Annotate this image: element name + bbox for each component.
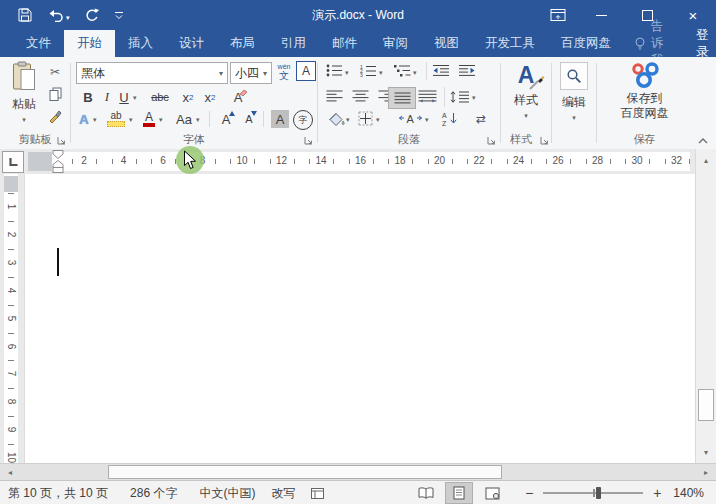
paragraph-dialog-launcher-icon[interactable] xyxy=(487,136,496,145)
tab-design[interactable]: 设计 xyxy=(166,30,217,57)
vertical-scrollbar[interactable]: ▴ ▾ xyxy=(695,149,716,463)
character-scaling-dropdown-icon[interactable]: ▾ xyxy=(425,116,429,124)
line-spacing-icon[interactable] xyxy=(450,90,470,104)
font-color-dropdown-icon[interactable]: ▾ xyxy=(159,116,163,124)
macro-record-icon[interactable] xyxy=(311,488,324,499)
tab-baidu-netdisk[interactable]: 百度网盘 xyxy=(548,30,624,57)
font-size-combobox[interactable]: 小四 ▾ xyxy=(230,62,272,84)
increase-indent-icon[interactable] xyxy=(458,64,476,77)
font-color-icon[interactable]: A xyxy=(141,109,157,129)
bullets-dropdown-icon[interactable]: ▾ xyxy=(345,69,349,77)
maximize-button[interactable] xyxy=(624,0,670,30)
tab-mailings[interactable]: 邮件 xyxy=(319,30,370,57)
paste-button[interactable]: 粘贴 ▾ xyxy=(4,61,44,124)
font-dialog-launcher-icon[interactable] xyxy=(304,136,313,145)
horizontal-ruler[interactable]: 2468101214161820222426283032 xyxy=(28,152,690,171)
zoom-out-button[interactable]: − xyxy=(523,485,535,501)
align-left-icon[interactable] xyxy=(326,90,343,103)
borders-icon[interactable] xyxy=(358,111,373,126)
redo-icon[interactable] xyxy=(85,8,99,22)
document-area[interactable]: 12345678910 xyxy=(0,174,696,463)
bullets-icon[interactable] xyxy=(326,64,343,77)
save-icon[interactable] xyxy=(18,8,32,22)
clear-formatting-icon[interactable]: A xyxy=(227,87,249,107)
align-center-icon[interactable] xyxy=(352,90,369,103)
tab-stop-selector[interactable] xyxy=(2,151,24,173)
justify-icon[interactable] xyxy=(388,87,416,109)
grow-font-icon[interactable]: A xyxy=(217,109,235,129)
tab-layout[interactable]: 布局 xyxy=(217,30,268,57)
line-spacing-dropdown-icon[interactable]: ▾ xyxy=(472,94,476,102)
first-line-indent-marker[interactable] xyxy=(52,150,64,159)
scroll-right-icon[interactable]: ▸ xyxy=(698,466,714,478)
highlight-dropdown-icon[interactable]: ▾ xyxy=(129,116,133,124)
italic-icon[interactable]: I xyxy=(101,87,113,107)
horizontal-scrollbar[interactable]: ◂ ▸ xyxy=(0,463,716,480)
collapse-ribbon-icon[interactable] xyxy=(698,138,708,144)
tab-references[interactable]: 引用 xyxy=(268,30,319,57)
scroll-up-icon[interactable]: ▴ xyxy=(698,152,714,168)
phonetic-guide-icon[interactable]: wén 文 xyxy=(274,60,294,84)
tab-file[interactable]: 文件 xyxy=(13,30,64,57)
show-hide-marks-icon[interactable]: ⇄ xyxy=(472,109,490,129)
clipboard-dialog-launcher-icon[interactable] xyxy=(57,136,66,145)
subscript-icon[interactable]: x2 xyxy=(179,87,197,107)
character-border-icon[interactable]: A xyxy=(296,61,316,81)
scroll-down-icon[interactable]: ▾ xyxy=(698,444,714,460)
zoom-level[interactable]: 140% xyxy=(673,486,704,500)
format-painter-icon[interactable] xyxy=(44,107,66,125)
numbering-icon[interactable]: 123 xyxy=(360,64,377,77)
tab-insert[interactable]: 插入 xyxy=(115,30,166,57)
zoom-slider[interactable] xyxy=(543,492,643,494)
read-mode-icon[interactable] xyxy=(413,483,439,503)
save-to-baidu-button[interactable]: 保存到 百度网盘 xyxy=(602,61,687,121)
language-indicator[interactable]: 中文(中国) xyxy=(199,485,255,502)
superscript-icon[interactable]: x2 xyxy=(201,87,219,107)
shading-dropdown-icon[interactable]: ▾ xyxy=(346,116,350,124)
cut-icon[interactable]: ✂ xyxy=(44,63,66,81)
print-layout-icon[interactable] xyxy=(445,482,473,504)
tab-home[interactable]: 开始 xyxy=(64,30,115,57)
tab-review[interactable]: 审阅 xyxy=(370,30,421,57)
page-info[interactable]: 第 10 页，共 10 页 xyxy=(8,485,108,502)
enclose-characters-icon[interactable]: 字 xyxy=(293,110,313,130)
overtype-indicator[interactable]: 改写 xyxy=(271,485,295,502)
undo-icon[interactable]: ▾ xyxy=(47,9,70,22)
paste-dropdown-icon[interactable]: ▾ xyxy=(22,116,26,124)
bold-icon[interactable]: B xyxy=(80,87,96,107)
text-effects-icon[interactable]: A xyxy=(76,109,92,129)
shrink-font-icon[interactable]: A xyxy=(241,109,257,129)
borders-dropdown-icon[interactable]: ▾ xyxy=(376,116,380,124)
sign-in-button[interactable]: 登录 xyxy=(684,30,716,57)
underline-dropdown-icon[interactable]: ▾ xyxy=(133,94,137,102)
multilevel-list-icon[interactable] xyxy=(394,64,411,77)
styles-dropdown-icon[interactable]: ▾ xyxy=(524,112,528,120)
copy-icon[interactable] xyxy=(44,85,66,103)
highlight-color-icon[interactable]: ab xyxy=(105,109,127,129)
font-name-dropdown-icon[interactable]: ▾ xyxy=(215,69,227,78)
shading-icon[interactable] xyxy=(326,111,346,127)
styles-dialog-launcher-icon[interactable] xyxy=(540,136,549,145)
horizontal-scroll-thumb[interactable] xyxy=(108,465,502,479)
web-layout-icon[interactable] xyxy=(479,483,505,503)
vertical-scroll-thumb[interactable] xyxy=(698,389,714,421)
character-scaling-icon[interactable]: A xyxy=(398,111,423,125)
editing-dropdown-icon[interactable]: ▾ xyxy=(572,114,576,122)
multilevel-dropdown-icon[interactable]: ▾ xyxy=(413,69,417,77)
character-shading-icon[interactable]: A xyxy=(271,110,289,128)
editing-button[interactable]: 编辑 ▾ xyxy=(555,62,593,122)
font-size-dropdown-icon[interactable]: ▾ xyxy=(259,69,271,78)
font-name-combobox[interactable]: 黑体 ▾ xyxy=(76,62,228,84)
distribute-text-icon[interactable] xyxy=(418,90,437,103)
zoom-slider-thumb[interactable] xyxy=(596,487,601,499)
change-case-icon[interactable]: Aa xyxy=(173,109,195,129)
customize-qat-icon[interactable] xyxy=(114,11,124,20)
close-button[interactable]: × xyxy=(670,0,716,30)
numbering-dropdown-icon[interactable]: ▾ xyxy=(379,69,383,77)
strikethrough-icon[interactable]: abc xyxy=(147,87,173,107)
ribbon-display-options-icon[interactable] xyxy=(538,0,578,30)
zoom-in-button[interactable]: + xyxy=(651,485,663,501)
minimize-button[interactable] xyxy=(578,0,624,30)
vertical-ruler[interactable]: 12345678910 xyxy=(4,174,18,463)
sort-icon[interactable]: AZ xyxy=(442,111,458,126)
